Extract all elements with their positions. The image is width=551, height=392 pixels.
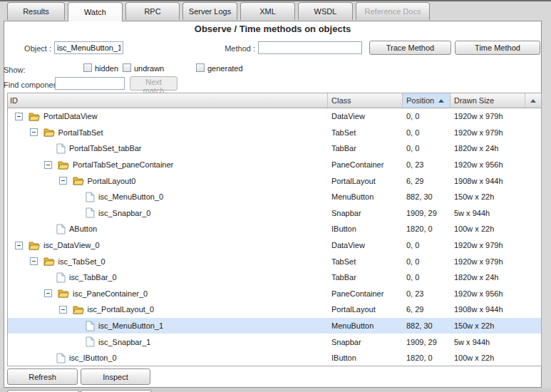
tree-row-PortalTabSet[interactable]: PortalTabSetTabSet0, 01920w x 979h (8, 125, 541, 141)
object-input[interactable] (54, 41, 123, 54)
file-icon (86, 192, 95, 202)
column-header-position[interactable]: Position (403, 93, 450, 108)
inspect-button[interactable]: Inspect (81, 368, 150, 385)
row-drawn-size: 1920w x 956h (450, 157, 527, 173)
collapse-toggle-icon[interactable] (15, 242, 23, 249)
row-drawn-size: 1920w x 979h (450, 237, 527, 254)
folder-icon (43, 128, 55, 137)
file-icon (86, 207, 95, 218)
tree-row-isc_Snapbar_0[interactable]: isc_Snapbar_0Snapbar1909, 295w x 944h (8, 205, 541, 222)
tree-row-PortalDataView[interactable]: PortalDataViewDataView0, 01920w x 979h (8, 108, 541, 125)
row-class: Snapbar (328, 205, 403, 222)
folder-icon (43, 257, 55, 266)
row-id-label: isc_Snapbar_0 (98, 209, 150, 217)
hidden-checkbox[interactable] (83, 63, 92, 72)
folder-icon (29, 112, 40, 121)
row-class: PaneContainer (328, 157, 403, 173)
tab-rpc[interactable]: RPC (125, 2, 180, 20)
id-cell: isc_TabSet_0 (8, 253, 328, 269)
file-icon (86, 336, 95, 347)
next-match-button[interactable]: Next match (130, 76, 177, 91)
column-header-class[interactable]: Class (328, 93, 403, 108)
tab-results[interactable]: Results (7, 2, 65, 20)
id-cell: isc_IButton_0 (8, 350, 328, 366)
refresh-button[interactable]: Refresh (7, 368, 78, 385)
row-class: Snapbar (328, 334, 403, 350)
trace-method-button[interactable]: Trace Method (369, 41, 451, 55)
tree-row-isc_PortalLayout_0[interactable]: isc_PortalLayout_0PortalLayout6, 291908w… (8, 301, 541, 318)
tab-strip: ResultsWatchRPCServer LogsXMLWSDLReferen… (7, 2, 433, 21)
tree-row-isc_IButton_0[interactable]: isc_IButton_0IButton1820, 0100w x 22h (8, 350, 541, 366)
collapse-toggle-icon[interactable] (44, 161, 52, 169)
find-component-input[interactable] (55, 77, 125, 90)
tree-row-isc_TabBar_0[interactable]: isc_TabBar_0TabBar0, 01820w x 24h (8, 269, 541, 286)
row-position: 6, 29 (403, 172, 450, 189)
row-drawn-size: 1820w x 24h (450, 140, 527, 157)
collapse-toggle-icon[interactable] (15, 113, 23, 120)
tree-row-isc_DataView_0[interactable]: isc_DataView_0DataView0, 01920w x 979h (8, 237, 541, 254)
row-position: 882, 30 (403, 318, 450, 334)
row-drawn-size: 1920w x 956h (450, 286, 527, 302)
row-drawn-size: 1908w x 944h (450, 301, 527, 318)
time-method-button[interactable]: Time Method (455, 41, 540, 55)
undrawn-checkbox-label[interactable]: undrawn (134, 63, 164, 73)
tree-row-isc_PaneContainer_0[interactable]: isc_PaneContainer_0PaneContainer0, 23192… (8, 286, 541, 302)
row-drawn-size: 1920w x 979h (450, 253, 527, 269)
tab-xml[interactable]: XML (240, 2, 295, 20)
tree-row-isc_TabSet_0[interactable]: isc_TabSet_0TabSet0, 01920w x 979h (8, 253, 541, 269)
row-position: 0, 23 (403, 157, 450, 173)
tree-row-PortalTabSet_tabBar[interactable]: PortalTabSet_tabBarTabBar0, 01820w x 24h (8, 140, 541, 157)
tree-row-PortalTabSet_paneContainer[interactable]: PortalTabSet_paneContainerPaneContainer0… (8, 157, 541, 173)
id-cell: AButton (8, 221, 328, 237)
collapse-toggle-icon[interactable] (30, 257, 38, 265)
row-position: 1909, 29 (403, 334, 450, 350)
tab-server-logs[interactable]: Server Logs (182, 2, 237, 20)
row-drawn-size: 1908w x 944h (450, 172, 527, 189)
row-id-label: isc_TabBar_0 (69, 273, 117, 282)
tab-wsdl[interactable]: WSDL (298, 2, 353, 20)
generated-checkbox-label[interactable]: generated (207, 63, 243, 73)
row-drawn-size: 5w x 944h (450, 334, 527, 350)
hidden-checkbox-label[interactable]: hidden (95, 63, 118, 73)
id-cell: PortalLayout0 (8, 172, 328, 189)
method-input[interactable] (258, 41, 362, 54)
row-class: IButton (328, 350, 403, 366)
show-label: Show: (4, 63, 26, 76)
row-id-label: isc_TabSet_0 (58, 257, 105, 266)
row-position: 0, 23 (403, 286, 450, 302)
sorter-corner-button[interactable] (525, 93, 541, 108)
row-id-label: PortalTabSet (58, 128, 103, 137)
file-icon (56, 224, 66, 234)
column-header-drawn-size[interactable]: Drawn Size (450, 93, 525, 108)
row-drawn-size: 1820w x 24h (450, 269, 527, 286)
row-position: 0, 0 (403, 140, 450, 157)
row-id-label: isc_Snapbar_1 (98, 338, 150, 346)
tree-row-isc_MenuButton_1[interactable]: isc_MenuButton_1MenuButton882, 30150w x … (8, 318, 541, 334)
row-id-label: PortalTabSet_tabBar (69, 144, 142, 153)
tree-row-AButton[interactable]: AButtonIButton1820, 0100w x 22h (8, 221, 541, 237)
file-icon (56, 353, 66, 363)
undrawn-checkbox[interactable] (123, 63, 131, 72)
generated-checkbox[interactable] (196, 63, 205, 72)
tab-reference-docs[interactable]: Reference Docs (356, 2, 430, 20)
row-position: 1820, 0 (403, 350, 450, 366)
collapse-toggle-icon[interactable] (59, 177, 67, 185)
collapse-toggle-icon[interactable] (44, 289, 52, 297)
id-cell: isc_MenuButton_1 (8, 318, 328, 334)
tree-row-isc_Snapbar_1[interactable]: isc_Snapbar_1Snapbar1909, 295w x 944h (8, 334, 541, 350)
row-id-label: isc_PaneContainer_0 (73, 289, 148, 298)
tab-watch[interactable]: Watch (68, 2, 123, 21)
grid-body: PortalDataViewDataView0, 01920w x 979hPo… (8, 108, 541, 366)
tree-row-PortalLayout0[interactable]: PortalLayout0PortalLayout6, 291908w x 94… (8, 172, 541, 189)
folder-icon (58, 289, 69, 298)
row-id-label: isc_MenuButton_0 (98, 192, 163, 201)
tree-row-isc_MenuButton_0[interactable]: isc_MenuButton_0MenuButton882, 30150w x … (8, 189, 541, 205)
collapse-toggle-icon[interactable] (59, 306, 67, 314)
row-id-label: isc_MenuButton_1 (98, 321, 163, 330)
page-title: Observe / Time methods on objects (4, 24, 542, 34)
row-position: 882, 30 (403, 189, 450, 205)
row-id-label: isc_PortalLayout_0 (88, 305, 155, 314)
collapse-toggle-icon[interactable] (30, 128, 38, 136)
column-header-id[interactable]: ID (8, 93, 328, 108)
object-label: Object : (0, 42, 51, 55)
